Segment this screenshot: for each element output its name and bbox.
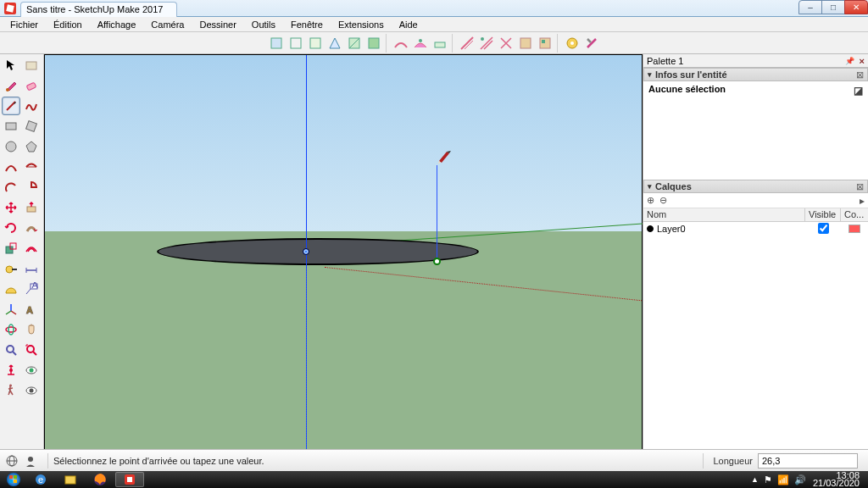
palette-title-bar[interactable]: Palette 1 📌 ×: [643, 54, 868, 68]
eraser-tool[interactable]: [22, 76, 41, 95]
layer-row[interactable]: Layer0: [643, 222, 868, 236]
tray-up-icon[interactable]: ▲: [751, 475, 759, 484]
layers-header[interactable]: ▾ Calques ⊠: [643, 180, 868, 193]
paint-tool[interactable]: [2, 76, 20, 95]
sandbox-contour-button[interactable]: [536, 34, 554, 53]
close-button[interactable]: ✕: [844, 0, 868, 14]
entity-settings-icon[interactable]: ◪: [854, 85, 863, 97]
taskbar: e ▲ ⚑ 📶 🔊 13:08 21/03/2020: [0, 471, 868, 488]
palette-close-icon[interactable]: ×: [860, 56, 865, 66]
scale-tool[interactable]: [2, 239, 20, 258]
tape-tool[interactable]: [2, 259, 20, 278]
style-wire-button[interactable]: [287, 34, 305, 53]
polygon-tool[interactable]: [22, 137, 41, 156]
arc-tool[interactable]: [2, 158, 20, 176]
status-geo-icon[interactable]: [5, 454, 19, 468]
rectangle-tool[interactable]: [2, 117, 20, 136]
menu-dessiner[interactable]: Dessiner: [192, 18, 242, 31]
layer-visible-checkbox[interactable]: [818, 223, 829, 234]
tray-network-icon[interactable]: 📶: [777, 474, 789, 485]
viewport[interactable]: [44, 54, 643, 466]
line-tool[interactable]: [2, 97, 20, 115]
rotated-rect-tool[interactable]: [22, 117, 41, 136]
collapse-arrow-icon: ▾: [648, 70, 652, 79]
layers-col-color[interactable]: Co...: [841, 208, 868, 221]
task-ie-icon[interactable]: e: [26, 472, 55, 487]
style-outline-button[interactable]: [326, 34, 344, 53]
freehand-tool[interactable]: [22, 97, 41, 115]
status-user-icon[interactable]: [24, 454, 37, 468]
svg-rect-22: [26, 121, 37, 132]
status-hint: Sélectionnez le point d'arrivée ou tapez…: [53, 456, 698, 466]
arc3-tool[interactable]: [2, 178, 20, 197]
layer-menu-icon[interactable]: ▸: [860, 195, 865, 207]
style-hidden-button[interactable]: [306, 34, 325, 53]
entity-info-header[interactable]: ▾ Infos sur l'entité ⊠: [643, 68, 868, 81]
rotate-tool[interactable]: [2, 219, 20, 237]
minimize-button[interactable]: –: [798, 0, 822, 14]
task-firefox-icon[interactable]: [86, 472, 114, 487]
sandbox-stamp-button[interactable]: [411, 34, 430, 53]
3dtext-tool[interactable]: A: [22, 300, 41, 319]
layer-add-icon[interactable]: ⊕: [647, 195, 654, 206]
start-button[interactable]: [2, 471, 25, 488]
sandbox-smoove-button[interactable]: [392, 34, 410, 53]
menu-fichier[interactable]: Fichier: [3, 18, 45, 31]
layer-color-swatch[interactable]: [849, 225, 860, 233]
arc2-tool[interactable]: [22, 158, 41, 176]
offset-tool[interactable]: [22, 239, 41, 258]
pan-tool[interactable]: [22, 320, 41, 339]
sandbox-drape-button[interactable]: [431, 34, 449, 53]
settings-gear-button[interactable]: [563, 34, 581, 53]
look-around-tool[interactable]: [22, 361, 41, 380]
style-mono-button[interactable]: [364, 34, 383, 53]
move-tool[interactable]: [2, 198, 20, 217]
tray-sound-icon[interactable]: 🔊: [794, 474, 806, 485]
sandbox-scratch-button[interactable]: [458, 34, 476, 53]
task-sketchup-icon[interactable]: [115, 472, 144, 487]
maximize-button[interactable]: □: [821, 0, 845, 14]
menu-edition[interactable]: Édition: [47, 18, 89, 31]
layer-remove-icon[interactable]: ⊖: [659, 195, 667, 206]
orbit-tool[interactable]: [2, 320, 20, 339]
sandbox-tin-button[interactable]: [516, 34, 535, 53]
tools-wrench-button[interactable]: [582, 34, 601, 53]
position-camera-tool[interactable]: [2, 361, 20, 380]
menu-fenetre[interactable]: Fenêtre: [284, 18, 330, 31]
axes-tool[interactable]: [2, 300, 20, 319]
followme-tool[interactable]: [22, 219, 41, 237]
component-tool[interactable]: [22, 56, 41, 75]
task-explorer-icon[interactable]: [56, 472, 85, 487]
tray-flag-icon[interactable]: ⚑: [764, 474, 772, 485]
svg-line-46: [33, 352, 36, 355]
section-tool[interactable]: [22, 381, 41, 400]
sandbox-flip-edge-button[interactable]: [497, 34, 515, 53]
style-shaded-button[interactable]: [267, 34, 286, 53]
pushpull-tool[interactable]: [22, 198, 41, 217]
pin-icon[interactable]: 📌: [845, 57, 854, 65]
circle-tool[interactable]: [2, 137, 20, 156]
layers-col-visible[interactable]: Visible: [805, 208, 841, 221]
select-tool[interactable]: [2, 56, 20, 75]
menu-aide[interactable]: Aide: [392, 18, 425, 31]
measure-input[interactable]: 26,3: [758, 453, 858, 469]
pie-tool[interactable]: [22, 178, 41, 197]
zoom-extents-tool[interactable]: [22, 341, 41, 359]
sandbox-add-detail-button[interactable]: [477, 34, 496, 53]
menu-affichage[interactable]: Affichage: [91, 18, 143, 31]
menu-extensions[interactable]: Extensions: [331, 18, 391, 31]
collapse-arrow-icon: ▾: [648, 182, 652, 191]
layers-section-close-icon[interactable]: ⊠: [856, 181, 864, 192]
walk-tool[interactable]: [2, 381, 20, 400]
menu-outils[interactable]: Outils: [245, 18, 282, 31]
protractor-tool[interactable]: [2, 280, 20, 298]
zoom-tool[interactable]: [2, 341, 20, 359]
menu-camera[interactable]: Caméra: [144, 18, 191, 31]
layer-active-radio-icon[interactable]: [647, 225, 654, 232]
dimension-tool[interactable]: [22, 259, 41, 278]
text-tool[interactable]: A1: [22, 280, 41, 298]
style-xray-button[interactable]: [345, 34, 364, 53]
tray-clock[interactable]: 13:08 21/03/2020: [811, 471, 861, 488]
layers-col-name[interactable]: Nom: [643, 208, 805, 221]
entity-section-close-icon[interactable]: ⊠: [856, 69, 864, 80]
